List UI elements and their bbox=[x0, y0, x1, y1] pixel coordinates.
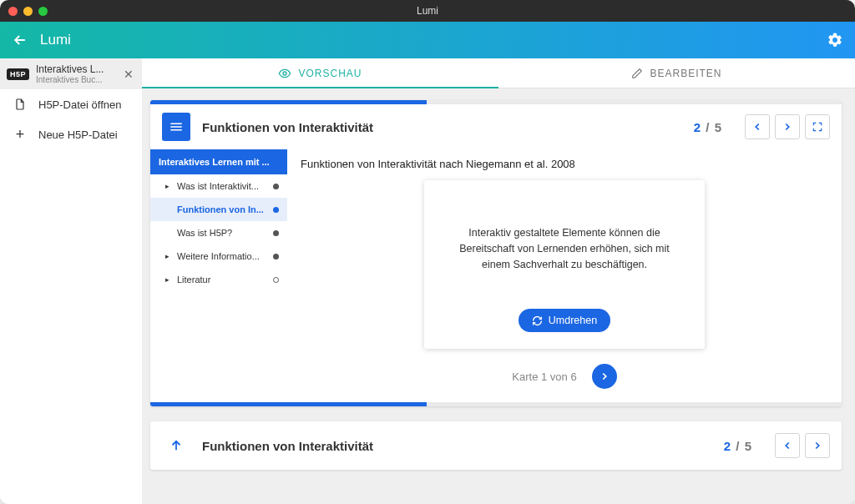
chevron-right-icon: ▸ bbox=[165, 182, 172, 190]
sidebar-item-label: Neue H5P-Datei bbox=[38, 129, 118, 141]
toc-item-label: Was ist Interaktivit... bbox=[177, 181, 268, 191]
sidebar-item-new-file[interactable]: + Neue H5P-Datei bbox=[0, 119, 142, 149]
toc-item-label: Was ist H5P? bbox=[177, 228, 268, 238]
progress-dot-icon bbox=[273, 207, 279, 213]
tab-label: VORSCHAU bbox=[298, 68, 362, 79]
sidebar-item-label: H5P-Datei öffnen bbox=[38, 98, 122, 111]
progress-dot-icon bbox=[273, 277, 279, 283]
arrow-left-icon bbox=[12, 32, 28, 48]
table-of-contents: Interaktives Lernen mit ... ▸Was ist Int… bbox=[150, 149, 287, 402]
plus-icon: + bbox=[13, 128, 27, 141]
chevron-right-icon bbox=[812, 440, 823, 451]
pencil-icon bbox=[631, 68, 643, 79]
footer-title: Funktionen von Interaktivität bbox=[202, 439, 712, 453]
flashcard: Interaktiv gestaltete Elemente können di… bbox=[424, 180, 705, 349]
eye-icon bbox=[278, 67, 291, 80]
app-window: Lumi Lumi H5P Interaktives L... Interakt… bbox=[0, 0, 855, 504]
toc-item[interactable]: ▸Literatur bbox=[150, 268, 287, 291]
toc-item[interactable]: ▸Was ist Interaktivit... bbox=[150, 174, 287, 198]
progress-dot-icon bbox=[273, 184, 279, 189]
toc-item[interactable]: ▸Weitere Informatio... bbox=[150, 244, 287, 268]
h5p-badge-icon: H5P bbox=[7, 68, 29, 80]
toc-item-label: Literatur bbox=[177, 275, 268, 285]
progress-bar-bottom bbox=[150, 402, 842, 406]
page-separator: / bbox=[732, 439, 743, 453]
svg-point-0 bbox=[283, 72, 286, 75]
window-title: Lumi bbox=[0, 5, 855, 17]
total-pages: 5 bbox=[715, 120, 721, 134]
maximize-window-button[interactable] bbox=[38, 7, 48, 16]
footer-prev-button[interactable] bbox=[775, 433, 800, 458]
next-card-button[interactable] bbox=[592, 364, 617, 389]
flashcard-counter: Karte 1 von 6 bbox=[512, 370, 576, 383]
chevron-left-icon bbox=[782, 440, 793, 451]
sidebar-item-open-file[interactable]: H5P-Datei öffnen bbox=[0, 89, 142, 119]
footer-page-indicator: 2 / 5 bbox=[724, 439, 751, 453]
tab-info: Interaktives L... Interaktives Buc... bbox=[36, 63, 122, 84]
fullscreen-button[interactable] bbox=[805, 114, 830, 139]
arrow-up-icon bbox=[169, 438, 184, 453]
mode-tabs: VORSCHAU BEARBEITEN bbox=[142, 58, 855, 88]
toc-item[interactable]: Funktionen von In... bbox=[150, 198, 287, 221]
book-header: Funktionen von Interaktivität 2 / 5 bbox=[150, 104, 842, 149]
flashcard-text: Interaktiv gestaltete Elemente können di… bbox=[444, 225, 685, 272]
content-heading: Funktionen von Interaktivität nach Niege… bbox=[301, 158, 828, 170]
chevron-right-icon: ▸ bbox=[165, 252, 172, 260]
current-page: 2 bbox=[724, 439, 731, 453]
book-footer-card: Funktionen von Interaktivität 2 / 5 bbox=[150, 421, 842, 470]
tab-preview[interactable]: VORSCHAU bbox=[142, 58, 498, 88]
current-page: 2 bbox=[694, 120, 701, 134]
next-page-button[interactable] bbox=[775, 114, 800, 139]
scroll-to-top-button[interactable] bbox=[162, 431, 190, 460]
close-window-button[interactable] bbox=[8, 7, 18, 16]
toc-item-label: Weitere Informatio... bbox=[177, 251, 268, 261]
chevron-right-icon: ▸ bbox=[165, 275, 172, 284]
menu-icon bbox=[169, 119, 184, 134]
interactive-book-card: Funktionen von Interaktivität 2 / 5 bbox=[150, 100, 842, 406]
chevron-right-icon bbox=[782, 121, 793, 133]
refresh-icon bbox=[532, 315, 543, 326]
chevron-left-icon bbox=[751, 121, 763, 133]
prev-page-button[interactable] bbox=[745, 114, 770, 139]
tab-title: Interaktives L... bbox=[36, 63, 122, 75]
book-title: Funktionen von Interaktivität bbox=[202, 120, 682, 134]
flashcard-nav: Karte 1 von 6 bbox=[301, 364, 828, 389]
page-separator: / bbox=[702, 120, 713, 134]
back-button[interactable] bbox=[12, 31, 30, 49]
expand-icon bbox=[812, 121, 823, 133]
toc-title: Interaktives Lernen mit ... bbox=[150, 149, 287, 174]
titlebar: Lumi bbox=[0, 0, 855, 22]
tab-edit[interactable]: BEARBEITEN bbox=[498, 58, 855, 88]
tab-subtitle: Interaktives Buc... bbox=[36, 75, 122, 84]
app-title: Lumi bbox=[40, 32, 71, 48]
minimize-window-button[interactable] bbox=[23, 7, 33, 16]
total-pages: 5 bbox=[745, 439, 751, 453]
progress-dot-icon bbox=[273, 230, 279, 236]
main-area: VORSCHAU BEARBEITEN Funktionen von Inter… bbox=[142, 58, 855, 504]
sidebar: H5P Interaktives L... Interaktives Buc..… bbox=[0, 58, 142, 504]
page-content: Funktionen von Interaktivität nach Niege… bbox=[287, 149, 842, 402]
flip-card-button[interactable]: Umdrehen bbox=[519, 309, 610, 332]
flip-label: Umdrehen bbox=[549, 315, 597, 326]
toc-item-label: Funktionen von In... bbox=[177, 204, 268, 214]
page-indicator: 2 / 5 bbox=[694, 120, 721, 134]
file-icon bbox=[13, 98, 27, 111]
settings-button[interactable] bbox=[827, 32, 843, 48]
toc-item[interactable]: Was ist H5P? bbox=[150, 221, 287, 244]
window-controls bbox=[8, 7, 48, 16]
open-file-tab[interactable]: H5P Interaktives L... Interaktives Buc..… bbox=[0, 58, 142, 89]
tab-label: BEARBEITEN bbox=[650, 68, 721, 79]
chevron-right-icon bbox=[599, 370, 610, 382]
gear-icon bbox=[827, 32, 843, 48]
app-bar: Lumi bbox=[0, 22, 855, 58]
footer-next-button[interactable] bbox=[805, 433, 830, 458]
progress-dot-icon bbox=[273, 254, 279, 260]
toc-toggle-button[interactable] bbox=[162, 113, 190, 141]
close-tab-button[interactable]: ✕ bbox=[122, 68, 135, 81]
